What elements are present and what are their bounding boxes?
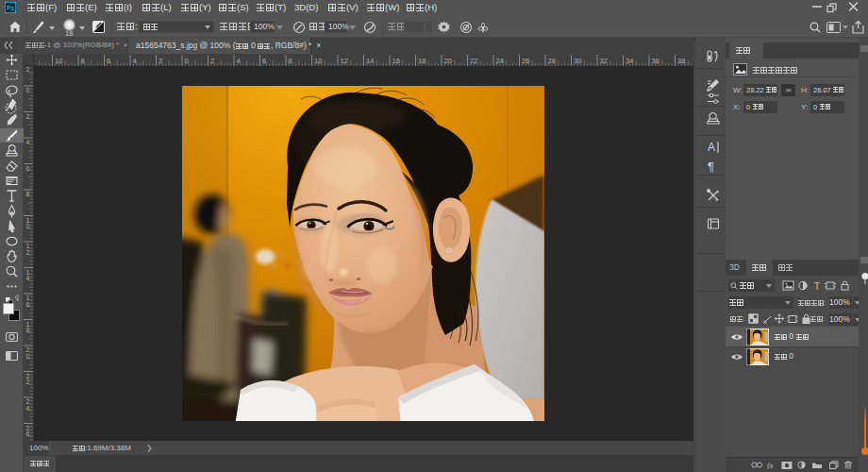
svg-text:8: 8 [81,57,85,65]
svg-text:6: 6 [26,301,30,308]
svg-text:2: 2 [26,249,30,256]
svg-text:4: 4 [133,57,137,65]
svg-text:18: 18 [418,57,426,65]
svg-text:22: 22 [470,57,477,65]
svg-text:24: 24 [496,57,504,65]
svg-text:2: 2 [26,113,30,120]
svg-text:8: 8 [26,191,30,197]
svg-text:36: 36 [652,57,659,65]
svg-text:6: 6 [107,57,110,65]
svg-text:2: 2 [26,379,30,385]
svg-text:4: 4 [26,275,30,281]
svg-text:26: 26 [522,57,529,65]
svg-text:T: T [814,281,820,292]
svg-text:2: 2 [210,57,214,65]
svg-text:0: 0 [185,57,189,65]
svg-text:28: 28 [548,57,556,65]
svg-text:32: 32 [600,57,608,65]
svg-text:6: 6 [26,165,30,172]
svg-text:6: 6 [26,430,30,437]
svg-text:12: 12 [341,57,348,65]
svg-text:4: 4 [237,57,241,65]
svg-text:34: 34 [626,57,633,65]
svg-text:0: 0 [26,223,30,229]
svg-text:A: A [708,141,715,154]
svg-text:30: 30 [574,57,581,65]
svg-text:38: 38 [677,57,685,65]
svg-text:2: 2 [26,66,30,73]
svg-text:14: 14 [366,57,374,65]
svg-text:Ps: Ps [7,5,15,11]
svg-text:fx: fx [767,461,774,469]
svg-text:10: 10 [314,57,322,65]
svg-text:8: 8 [26,327,30,333]
svg-text:6: 6 [262,57,266,65]
svg-text:4: 4 [26,139,30,145]
svg-text:20: 20 [444,57,452,65]
svg-text:0: 0 [26,353,30,360]
svg-text:10: 10 [55,57,62,65]
svg-text:16: 16 [392,57,400,65]
svg-text:¶: ¶ [708,160,714,173]
svg-text:8: 8 [289,57,292,65]
svg-text:2: 2 [159,57,162,65]
svg-text:0: 0 [26,87,30,93]
svg-text:4: 4 [26,405,30,412]
